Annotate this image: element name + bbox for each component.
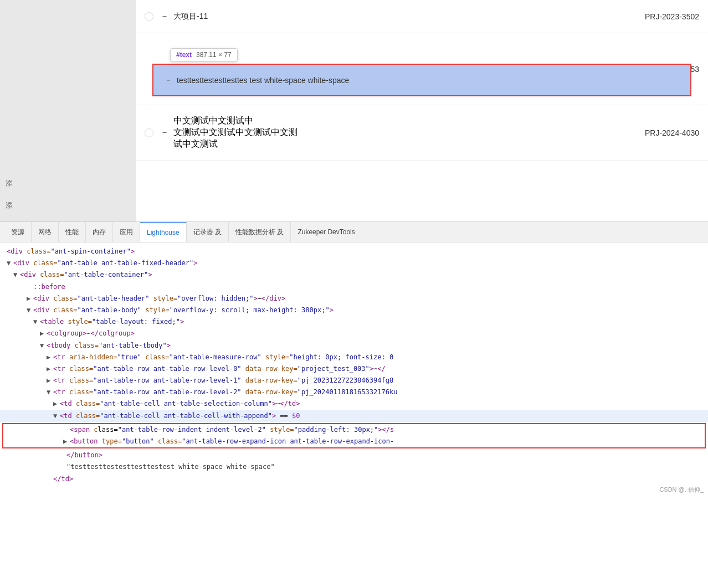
csdn-label-area: CSDN @. 信仰_ bbox=[0, 485, 708, 496]
dash-3: － bbox=[160, 127, 169, 138]
code-line: ▶ <button type="button" class="ant-table… bbox=[3, 436, 705, 447]
row-text-chinese: 中文测试中文测试中 文测试中文测试中文测试中文测 试中文测试 bbox=[173, 115, 297, 150]
row-code: PRJ-2023-3502 bbox=[645, 12, 699, 21]
tab-perf-insights[interactable]: 性能数据分析 及 bbox=[229, 221, 291, 243]
sidebar-add-btn-1: 添 bbox=[6, 178, 13, 188]
code-line: ▼ <div class="ant-table-body" style="ove… bbox=[0, 305, 708, 316]
table-row-highlighted: #text 387.11 × 77 － testtesttestesttestt… bbox=[136, 33, 708, 105]
left-sidebar: 添 添 bbox=[0, 0, 136, 221]
tab-zukeeper[interactable]: Zukeeper DevTools bbox=[291, 221, 362, 243]
tab-resources[interactable]: 资源 bbox=[4, 221, 32, 243]
devtools-tab-bar: 资源 网络 性能 内存 应用 Lighthouse 记录器 及 性能数据分析 及… bbox=[0, 221, 708, 243]
row-text: 大项目-11 bbox=[173, 12, 645, 22]
code-line: ▶ <colgroup> ⋯ </colgroup> bbox=[0, 328, 708, 339]
code-line: ▶ <div class="ant-table-header" style="o… bbox=[0, 293, 708, 305]
tooltip-bubble: #text 387.11 × 77 bbox=[170, 48, 238, 61]
table-row-chinese: － 中文测试中文测试中 文测试中文测试中文测试中文测 试中文测试 PRJ-202… bbox=[136, 105, 708, 161]
red-box-code: <span class="ant-table-row-indent indent… bbox=[2, 423, 706, 448]
code-line: ▼ <tbody class="ant-table-tbody" > bbox=[0, 340, 708, 352]
code-line: ▶ <td class="ant-table-cell ant-table-se… bbox=[0, 398, 708, 410]
code-line: </td> bbox=[0, 473, 708, 485]
tab-performance[interactable]: 性能 bbox=[59, 221, 86, 243]
table-row: － 大项目-11 PRJ-2023-3502 bbox=[136, 0, 708, 33]
sidebar-add-btn-2: 添 bbox=[6, 200, 13, 210]
row-code-3: PRJ-2024-4030 bbox=[645, 128, 699, 137]
code-line: ▼ <tr class="ant-table-row ant-table-row… bbox=[0, 386, 708, 398]
tab-lighthouse[interactable]: Lighthouse bbox=[140, 221, 187, 243]
browser-content: 添 添 － 大项目-11 PRJ-2023-3502 #text 387.11 … bbox=[0, 0, 708, 221]
radio-button-3[interactable] bbox=[145, 128, 153, 137]
devtools-panel[interactable]: <div class="ant-spin-container" > ▼ <div… bbox=[0, 243, 708, 588]
code-line: ▼ <div class="ant-table ant-table-fixed-… bbox=[0, 257, 708, 269]
code-line: ::before bbox=[0, 281, 708, 293]
tab-recorder[interactable]: 记录器 及 bbox=[187, 221, 229, 243]
code-line: ▶ <tr class="ant-table-row ant-table-row… bbox=[0, 363, 708, 375]
code-line-highlighted: ▼ <td class="ant-table-cell ant-table-ce… bbox=[0, 410, 708, 422]
highlighted-text: testtesttestesttesttes test white-space … bbox=[177, 76, 349, 85]
code-line: ▶ <tr class="ant-table-row ant-table-row… bbox=[0, 375, 708, 386]
tooltip-tag: #text bbox=[176, 51, 192, 59]
csdn-label: CSDN @. 信仰_ bbox=[659, 485, 704, 495]
code-line: ▼ <div class="ant-table-container" > bbox=[0, 269, 708, 281]
code-line: ▶ <tr aria-hidden="true" class="ant-tabl… bbox=[0, 352, 708, 363]
tab-network[interactable]: 网络 bbox=[32, 221, 59, 243]
tab-application[interactable]: 应用 bbox=[113, 221, 140, 243]
dash: － bbox=[160, 11, 169, 22]
code-line: </button> bbox=[0, 450, 708, 461]
code-line: ▼ <table style="table-layout: fixed;" > bbox=[0, 316, 708, 328]
code-line: <div class="ant-spin-container" > bbox=[0, 246, 708, 257]
table-area: － 大项目-11 PRJ-2023-3502 #text 387.11 × 77… bbox=[136, 0, 708, 221]
code-line-text: "testtesttestesttesttestest white-space … bbox=[0, 461, 708, 473]
tooltip-size: 387.11 × 77 bbox=[196, 51, 232, 59]
highlight-box: #text 387.11 × 77 － testtesttestesttestt… bbox=[152, 64, 691, 96]
tab-memory[interactable]: 内存 bbox=[86, 221, 113, 243]
highlight-content: － testtesttestesttesttes test white-spac… bbox=[153, 65, 690, 95]
code-line: <span class="ant-table-row-indent indent… bbox=[3, 424, 705, 436]
radio-button[interactable] bbox=[145, 12, 153, 21]
